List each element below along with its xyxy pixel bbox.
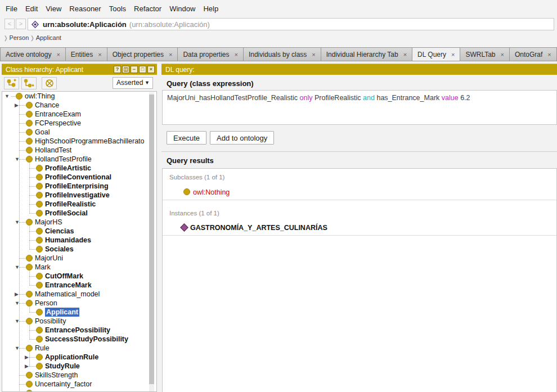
tree-item-highschoolprogrammebachillerato[interactable]: HighSchoolProgrammeBachillerato	[2, 137, 156, 146]
split-vertically-icon[interactable]: ◫	[122, 66, 129, 73]
tab-close-icon[interactable]: ×	[169, 51, 172, 58]
expand-arrow-right-icon[interactable]: ▶	[25, 354, 29, 360]
tree-item-label[interactable]: FCPerspective	[35, 119, 81, 128]
tree-item-entrancemark[interactable]: EntranceMark	[2, 281, 156, 290]
tab-close-icon[interactable]: ×	[403, 51, 407, 58]
menu-file[interactable]: File	[6, 1, 17, 17]
tree-item-possibility[interactable]: ▼Possibility	[2, 317, 156, 326]
expand-arrow-down-icon[interactable]: ▼	[15, 156, 20, 162]
tab-close-icon[interactable]: ×	[312, 51, 315, 58]
tab-dl-query[interactable]: DL Query×	[412, 47, 460, 61]
execute-button[interactable]: Execute	[167, 131, 206, 145]
tree-item-label[interactable]: Mathematical_model	[35, 290, 100, 299]
menu-window[interactable]: Window	[169, 1, 195, 17]
tree-item-entrancepossibility[interactable]: EntrancePossibility	[2, 326, 156, 335]
tree-item-studyrule[interactable]: ▶StudyRule	[2, 362, 156, 371]
tree-item-hollandtest[interactable]: HollandTest	[2, 146, 156, 155]
expand-arrow-down-icon[interactable]: ▼	[15, 219, 20, 225]
tree-item-applicant[interactable]: Applicant	[2, 308, 156, 317]
tab-close-icon[interactable]: ×	[56, 51, 60, 58]
tree-item-rule[interactable]: ▼Rule	[2, 344, 156, 353]
tree-item-applicationrule[interactable]: ▶ApplicationRule	[2, 353, 156, 362]
tab-close-icon[interactable]: ×	[547, 51, 551, 58]
tab-close-icon[interactable]: ×	[235, 51, 238, 58]
breadcrumb-applicant[interactable]: Applicant	[36, 34, 61, 41]
expand-arrow-down-icon[interactable]: ▼	[15, 300, 20, 306]
tree-item-cutoffmark[interactable]: CutOffMark	[2, 272, 156, 281]
tree-item-profilerealistic[interactable]: ProfileRealistic	[2, 200, 156, 209]
menu-help[interactable]: Help	[203, 1, 218, 17]
tree-item-label[interactable]: Person	[35, 299, 57, 308]
tree-item-uncertainty-factor[interactable]: Uncertainty_factor	[2, 380, 156, 389]
tree-item-profilesocial[interactable]: ProfileSocial	[2, 209, 156, 218]
tab-close-icon[interactable]: ×	[98, 51, 101, 58]
menu-refactor[interactable]: Refactor	[134, 1, 161, 17]
tree-item-label[interactable]: Uncertainty_factor	[35, 380, 92, 389]
tree-item-label[interactable]: Chance	[35, 101, 59, 110]
expand-arrow-down-icon[interactable]: ▼	[15, 345, 20, 351]
forward-button[interactable]: >	[16, 19, 26, 29]
tab-individuals-by-class[interactable]: Individuals by class×	[244, 47, 321, 61]
tree-item-ciencias[interactable]: Ciencias	[2, 227, 156, 236]
tree-item-majoruni[interactable]: MajorUni	[2, 254, 156, 263]
menu-view[interactable]: View	[46, 1, 61, 17]
expand-arrow-down-icon[interactable]: ▼	[15, 318, 20, 324]
tree-item-label[interactable]: owl:Thing	[25, 92, 55, 101]
tree-item-label[interactable]: Ciencias	[45, 227, 74, 236]
delete-class-button[interactable]	[42, 77, 57, 89]
close-icon[interactable]: ×	[147, 66, 155, 73]
tree-item-label[interactable]: Sociales	[45, 245, 74, 254]
tree-item-successstudypossibility[interactable]: SuccessStudyPossibility	[2, 335, 156, 344]
tree-item-mathematical-model[interactable]: ▶Mathematical_model	[2, 290, 156, 299]
tree-item-label[interactable]: HighSchoolProgrammeBachillerato	[35, 137, 145, 146]
tree-item-label[interactable]: ProfileSocial	[45, 209, 88, 218]
tree-item-label[interactable]: Rule	[35, 344, 50, 353]
result-row-subclass[interactable]: owl:Nothing	[163, 185, 556, 200]
tree-item-goal[interactable]: Goal	[2, 128, 156, 137]
menu-tools[interactable]: Tools	[109, 1, 126, 17]
tree-item-label[interactable]: ProfileEnterprising	[45, 182, 109, 191]
tree-item-profileenterprising[interactable]: ProfileEnterprising	[2, 182, 156, 191]
tree-item-label[interactable]: ProfileRealistic	[45, 200, 96, 209]
tree-item-label[interactable]: ProfileConventional	[45, 173, 111, 182]
query-expression-editor[interactable]: MajorUni_hasHollandTestProfile_Realistic…	[162, 90, 557, 125]
tree-item-profileinvestigative[interactable]: ProfileInvestigative	[2, 191, 156, 200]
instance-result-label[interactable]: GASTRONOMÍA_Y_ARTES_CULINARÍAS	[190, 224, 327, 232]
tab-ontograf[interactable]: OntoGraf×	[510, 47, 557, 61]
tab-object-properties[interactable]: Object properties×	[107, 47, 178, 61]
tree-item-label[interactable]: EntrancePossibility	[45, 326, 110, 335]
add-to-ontology-button[interactable]: Add to ontology	[210, 131, 274, 145]
tree-item-person[interactable]: ▼Person	[2, 299, 156, 308]
breadcrumb-person[interactable]: Person	[9, 34, 29, 41]
class-hierarchy-tree[interactable]: ▼owl:Thing▶ChanceEntranceExamFCPerspecti…	[2, 91, 157, 392]
tree-item-label[interactable]: EntranceMark	[45, 281, 92, 290]
tree-item-label[interactable]: HollandTest	[35, 146, 71, 155]
tree-item-label[interactable]: CutOffMark	[45, 272, 83, 281]
tree-item-partial[interactable]	[2, 389, 156, 392]
tree-item-label[interactable]: Mark	[35, 263, 51, 272]
tree-item-profileconventional[interactable]: ProfileConventional	[2, 173, 156, 182]
expand-arrow-right-icon[interactable]: ▶	[25, 363, 29, 369]
tree-item-label[interactable]: SuccessStudyPossibility	[45, 335, 128, 344]
menu-reasoner[interactable]: Reasoner	[69, 1, 101, 17]
tree-item-label[interactable]: SkillsStrength	[35, 371, 78, 380]
tab-entities[interactable]: Entities×	[66, 47, 107, 61]
ontology-address-field[interactable]: urn:absolute:Aplicación (urn:absolute:Ap…	[28, 18, 554, 30]
tree-item-label[interactable]: ProfileArtistic	[45, 164, 91, 173]
tree-item-label[interactable]: EntranceExam	[35, 110, 81, 119]
tab-individual-hierarchy-tab[interactable]: Individual Hierarchy Tab×	[321, 47, 412, 61]
result-row-instance[interactable]: GASTRONOMÍA_Y_ARTES_CULINARÍAS	[163, 220, 556, 236]
tree-item-label[interactable]: StudyRule	[45, 362, 80, 371]
tree-item-label[interactable]: ProfileInvestigative	[45, 191, 110, 200]
tree-item-humanidades[interactable]: Humanidades	[2, 236, 156, 245]
tree-item-skillsstrength[interactable]: SkillsStrength	[2, 371, 156, 380]
tab-close-icon[interactable]: ×	[501, 51, 504, 58]
tree-item-label[interactable]: MajorHS	[35, 218, 62, 227]
expand-arrow-right-icon[interactable]: ▶	[15, 291, 19, 297]
tree-item-label[interactable]: Possibility	[35, 317, 66, 326]
tree-item-entranceexam[interactable]: EntranceExam	[2, 110, 156, 119]
menu-edit[interactable]: Edit	[25, 1, 38, 17]
tree-item-label[interactable]: Applicant	[45, 308, 79, 317]
tree-item-label[interactable]: Goal	[35, 128, 50, 137]
tree-item-label[interactable]: MajorUni	[35, 254, 63, 263]
